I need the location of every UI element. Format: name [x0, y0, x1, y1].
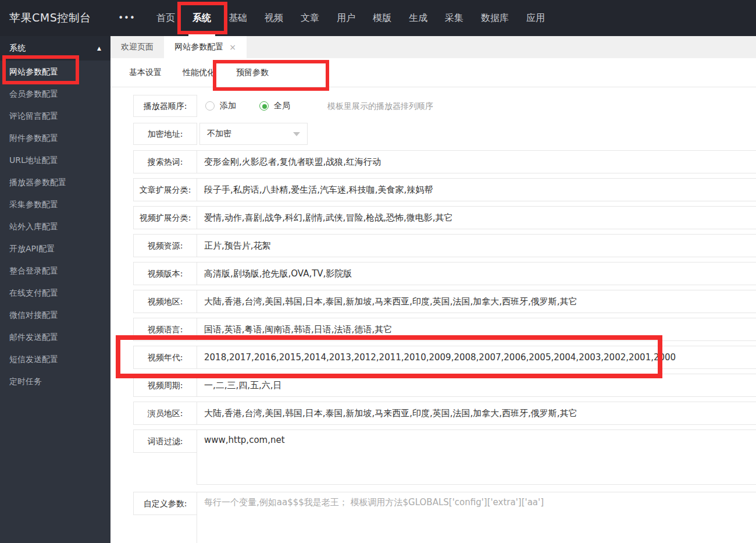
- app-window: 苹果CMS控制台 ••• 首页 系统 基础 视频 文章 用户 模版 生成 采集 …: [0, 0, 756, 543]
- row-video-years: 视频年代:: [133, 346, 756, 369]
- radio-global-label: 全局: [274, 101, 290, 111]
- row-encrypt-address: 加密地址: 不加密: [133, 123, 308, 145]
- row-video-versions: 视频版本:: [133, 262, 756, 285]
- topnav-video[interactable]: 视频: [256, 0, 292, 36]
- topnav-home[interactable]: 首页: [148, 0, 184, 36]
- row-word-filter: 词语过滤: www,http,com,net: [133, 430, 756, 485]
- word-filter-label: 词语过滤:: [133, 430, 197, 453]
- close-icon[interactable]: ×: [229, 42, 236, 52]
- row-player-order: 播放器顺序: 添加 全局 模板里展示的播放器排列顺序: [133, 95, 433, 117]
- tab-site-params[interactable]: 网站参数配置 ×: [164, 36, 247, 58]
- video-resources-label: 视频资源:: [133, 234, 197, 257]
- sidebar-item-cron-tasks[interactable]: 定时任务: [0, 370, 110, 392]
- row-video-languages: 视频语言:: [133, 318, 756, 341]
- video-versions-label: 视频版本:: [133, 262, 197, 285]
- player-order-hint: 模板里展示的播放器排列顺序: [327, 95, 433, 117]
- row-actor-regions: 演员地区:: [133, 402, 756, 425]
- tab-bar: 欢迎页面 网站参数配置 ×: [110, 36, 756, 58]
- radio-add-icon: [205, 101, 215, 111]
- encrypt-address-value: 不加密: [207, 129, 231, 139]
- subtab-reserved-params[interactable]: 预留参数: [236, 68, 269, 78]
- sidebar: 系统 ▲ 网站参数配置 会员参数配置 评论留言配置 附件参数配置 URL地址配置…: [0, 36, 110, 543]
- video-years-label: 视频年代:: [133, 346, 197, 369]
- word-filter-textarea[interactable]: www,http,com,net: [197, 430, 756, 485]
- video-weekdays-input[interactable]: [197, 374, 756, 397]
- topnav-collect[interactable]: 采集: [436, 0, 472, 36]
- topnav-template[interactable]: 模版: [364, 0, 400, 36]
- search-hotwords-input[interactable]: [197, 150, 756, 173]
- topnav-article[interactable]: 文章: [292, 0, 328, 36]
- top-navigation: 首页 系统 基础 视频 文章 用户 模版 生成 采集 数据库 应用: [148, 0, 554, 36]
- actor-regions-input[interactable]: [197, 402, 756, 425]
- row-custom-params: 自定义参数:: [133, 492, 756, 543]
- chevron-up-icon: ▲: [97, 45, 101, 51]
- radio-add[interactable]: 添加: [205, 101, 236, 111]
- sidebar-item-sms-config[interactable]: 短信发送配置: [0, 348, 110, 370]
- row-search-hotwords: 搜索热词:: [133, 150, 756, 173]
- sidebar-item-login-config[interactable]: 整合登录配置: [0, 260, 110, 282]
- sidebar-group-system[interactable]: 系统 ▲: [0, 36, 110, 61]
- radio-add-label: 添加: [220, 101, 236, 111]
- topnav-generate[interactable]: 生成: [400, 0, 436, 36]
- video-years-input[interactable]: [197, 346, 756, 369]
- encrypt-address-select[interactable]: 不加密: [199, 123, 308, 145]
- sidebar-group-label: 系统: [9, 43, 26, 54]
- sidebar-item-collect-config[interactable]: 采集参数配置: [0, 193, 110, 215]
- article-categories-input[interactable]: [197, 178, 756, 201]
- sidebar-item-attachment-config[interactable]: 附件参数配置: [0, 127, 110, 149]
- subtab-performance[interactable]: 性能优化: [183, 68, 215, 78]
- sidebar-item-email-config[interactable]: 邮件发送配置: [0, 326, 110, 348]
- video-languages-label: 视频语言:: [133, 318, 197, 341]
- sidebar-item-comment-config[interactable]: 评论留言配置: [0, 105, 110, 127]
- sidebar-item-url-config[interactable]: URL地址配置: [0, 149, 110, 171]
- row-video-resources: 视频资源:: [133, 234, 756, 257]
- row-video-weekdays: 视频周期:: [133, 374, 756, 397]
- sidebar-item-member-params[interactable]: 会员参数配置: [0, 83, 110, 105]
- row-video-categories: 视频扩展分类:: [133, 206, 756, 229]
- topnav-system[interactable]: 系统: [184, 0, 220, 36]
- row-article-categories: 文章扩展分类:: [133, 178, 756, 201]
- sidebar-item-open-api-config[interactable]: 开放API配置: [0, 237, 110, 260]
- tab-welcome[interactable]: 欢迎页面: [110, 36, 164, 58]
- sidebar-item-player-config[interactable]: 播放器参数配置: [0, 171, 110, 193]
- app-title: 苹果CMS控制台: [0, 0, 114, 36]
- topnav-database[interactable]: 数据库: [472, 0, 518, 36]
- sidebar-item-site-params[interactable]: 网站参数配置: [0, 61, 110, 83]
- player-order-radio-group: 添加 全局 模板里展示的播放器排列顺序: [205, 95, 433, 117]
- article-categories-label: 文章扩展分类:: [133, 178, 197, 201]
- search-hotwords-label: 搜索热词:: [133, 150, 197, 173]
- subtab-bar: 基本设置 性能优化 预留参数: [110, 58, 756, 87]
- custom-params-label: 自定义参数:: [133, 492, 197, 515]
- encrypt-address-label: 加密地址:: [133, 123, 197, 145]
- row-video-regions: 视频地区:: [133, 290, 756, 313]
- video-versions-input[interactable]: [197, 262, 756, 285]
- actor-regions-label: 演员地区:: [133, 402, 197, 425]
- sidebar-item-wechat-config[interactable]: 微信对接配置: [0, 304, 110, 326]
- chevron-down-icon: [293, 132, 300, 136]
- player-order-label: 播放器顺序:: [133, 95, 197, 117]
- sidebar-item-payment-config[interactable]: 在线支付配置: [0, 282, 110, 304]
- video-categories-input[interactable]: [197, 206, 756, 229]
- radio-global-icon: [259, 101, 269, 111]
- topnav-apps[interactable]: 应用: [518, 0, 554, 36]
- radio-global[interactable]: 全局: [259, 101, 290, 111]
- topbar: 苹果CMS控制台 ••• 首页 系统 基础 视频 文章 用户 模版 生成 采集 …: [0, 0, 756, 36]
- custom-params-textarea[interactable]: [197, 492, 756, 543]
- sidebar-item-offsite-config[interactable]: 站外入库配置: [0, 215, 110, 237]
- video-regions-label: 视频地区:: [133, 290, 197, 313]
- video-weekdays-label: 视频周期:: [133, 374, 197, 397]
- video-languages-input[interactable]: [197, 318, 756, 341]
- video-regions-input[interactable]: [197, 290, 756, 313]
- video-resources-input[interactable]: [197, 234, 756, 257]
- topnav-user[interactable]: 用户: [328, 0, 364, 36]
- topnav-basic[interactable]: 基础: [220, 0, 256, 36]
- tab-site-params-label: 网站参数配置: [174, 42, 223, 52]
- collapse-menu-icon[interactable]: •••: [114, 0, 140, 36]
- subtab-basic-settings[interactable]: 基本设置: [129, 68, 162, 78]
- video-categories-label: 视频扩展分类:: [133, 206, 197, 229]
